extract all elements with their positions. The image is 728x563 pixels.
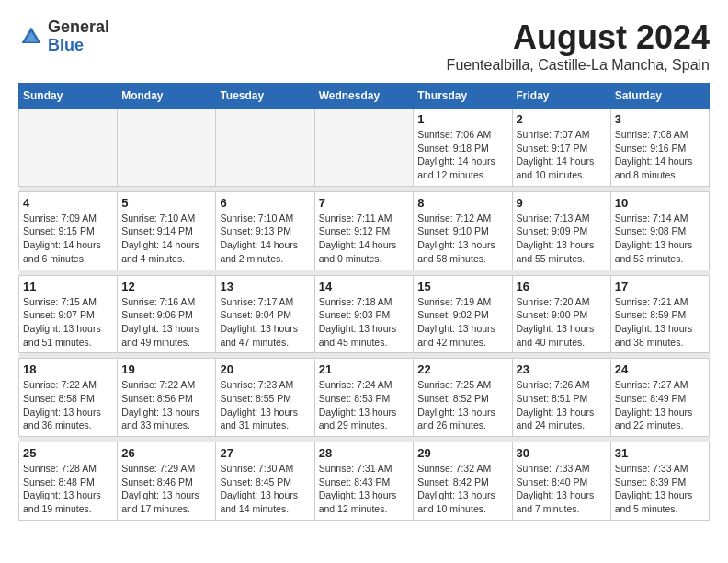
header-wednesday: Wednesday — [314, 84, 414, 109]
calendar-day-cell: 28Sunrise: 7:31 AMSunset: 8:43 PMDayligh… — [314, 442, 414, 521]
day-info: Sunrise: 7:28 AMSunset: 8:48 PMDaylight:… — [23, 462, 113, 516]
day-info: Sunrise: 7:10 AMSunset: 9:14 PMDaylight:… — [121, 212, 211, 266]
header-sunday: Sunday — [19, 84, 118, 109]
day-number: 28 — [319, 446, 410, 460]
calendar-day-cell: 23Sunrise: 7:26 AMSunset: 8:51 PMDayligh… — [512, 359, 610, 437]
page-title: August 2024 — [447, 18, 710, 57]
day-number: 3 — [615, 112, 705, 126]
day-number: 15 — [417, 280, 507, 293]
day-number: 17 — [615, 280, 705, 293]
day-info: Sunrise: 7:07 AMSunset: 9:17 PMDaylight:… — [517, 128, 607, 182]
calendar-day-cell: 17Sunrise: 7:21 AMSunset: 8:59 PMDayligh… — [610, 275, 709, 353]
day-number: 9 — [517, 196, 607, 210]
calendar-day-cell: 11Sunrise: 7:15 AMSunset: 9:07 PMDayligh… — [19, 275, 118, 353]
calendar-day-cell: 21Sunrise: 7:24 AMSunset: 8:53 PMDayligh… — [314, 359, 414, 437]
day-number: 20 — [220, 362, 310, 376]
day-info: Sunrise: 7:17 AMSunset: 9:04 PMDaylight:… — [220, 295, 310, 350]
day-number: 25 — [23, 446, 113, 460]
calendar-day-cell — [118, 109, 216, 187]
day-info: Sunrise: 7:22 AMSunset: 8:58 PMDaylight:… — [23, 378, 113, 432]
day-number: 13 — [220, 280, 310, 293]
page-header: General Blue August 2024 Fuentealbilla, … — [18, 18, 710, 74]
calendar-day-cell: 6Sunrise: 7:10 AMSunset: 9:13 PMDaylight… — [216, 191, 314, 270]
day-number: 26 — [121, 446, 211, 460]
calendar-day-cell: 31Sunrise: 7:33 AMSunset: 8:39 PMDayligh… — [610, 442, 709, 521]
day-number: 1 — [417, 112, 507, 126]
day-info: Sunrise: 7:19 AMSunset: 9:02 PMDaylight:… — [417, 295, 507, 350]
day-info: Sunrise: 7:27 AMSunset: 8:49 PMDaylight:… — [615, 378, 705, 432]
calendar-week-row: 11Sunrise: 7:15 AMSunset: 9:07 PMDayligh… — [19, 275, 710, 353]
day-number: 22 — [417, 362, 507, 376]
day-number: 5 — [121, 196, 211, 210]
day-number: 31 — [615, 446, 705, 460]
day-number: 27 — [220, 446, 310, 460]
calendar-day-cell: 7Sunrise: 7:11 AMSunset: 9:12 PMDaylight… — [314, 191, 414, 270]
calendar-day-cell: 12Sunrise: 7:16 AMSunset: 9:06 PMDayligh… — [118, 275, 216, 353]
day-info: Sunrise: 7:26 AMSunset: 8:51 PMDaylight:… — [517, 378, 607, 432]
calendar-day-cell: 29Sunrise: 7:32 AMSunset: 8:42 PMDayligh… — [414, 442, 512, 521]
day-info: Sunrise: 7:09 AMSunset: 9:15 PMDaylight:… — [23, 212, 113, 266]
calendar-week-row: 25Sunrise: 7:28 AMSunset: 8:48 PMDayligh… — [19, 442, 710, 521]
day-info: Sunrise: 7:08 AMSunset: 9:16 PMDaylight:… — [615, 128, 705, 182]
header-monday: Monday — [118, 84, 216, 109]
title-block: August 2024 Fuentealbilla, Castille-La M… — [447, 18, 710, 74]
day-info: Sunrise: 7:33 AMSunset: 8:40 PMDaylight:… — [517, 462, 607, 516]
day-number: 24 — [615, 362, 705, 376]
calendar-day-cell: 14Sunrise: 7:18 AMSunset: 9:03 PMDayligh… — [314, 275, 414, 353]
header-tuesday: Tuesday — [216, 84, 314, 109]
day-info: Sunrise: 7:22 AMSunset: 8:56 PMDaylight:… — [121, 378, 211, 432]
day-info: Sunrise: 7:23 AMSunset: 8:55 PMDaylight:… — [220, 378, 310, 432]
calendar-day-cell: 20Sunrise: 7:23 AMSunset: 8:55 PMDayligh… — [216, 359, 314, 437]
day-number: 14 — [319, 280, 410, 293]
day-number: 19 — [121, 362, 211, 376]
day-info: Sunrise: 7:10 AMSunset: 9:13 PMDaylight:… — [220, 212, 310, 266]
day-info: Sunrise: 7:18 AMSunset: 9:03 PMDaylight:… — [319, 295, 410, 350]
calendar-week-row: 4Sunrise: 7:09 AMSunset: 9:15 PMDaylight… — [19, 191, 710, 270]
logo-blue: Blue — [48, 36, 84, 54]
calendar-day-cell: 8Sunrise: 7:12 AMSunset: 9:10 PMDaylight… — [414, 191, 512, 270]
day-info: Sunrise: 7:11 AMSunset: 9:12 PMDaylight:… — [319, 212, 410, 266]
logo-general: General — [48, 17, 109, 36]
calendar-day-cell: 16Sunrise: 7:20 AMSunset: 9:00 PMDayligh… — [512, 275, 610, 353]
day-info: Sunrise: 7:13 AMSunset: 9:09 PMDaylight:… — [517, 212, 607, 266]
calendar-day-cell: 1Sunrise: 7:06 AMSunset: 9:18 PMDaylight… — [414, 109, 512, 187]
calendar-week-row: 1Sunrise: 7:06 AMSunset: 9:18 PMDaylight… — [19, 109, 710, 187]
calendar-day-cell: 22Sunrise: 7:25 AMSunset: 8:52 PMDayligh… — [414, 359, 512, 437]
day-info: Sunrise: 7:30 AMSunset: 8:45 PMDaylight:… — [220, 462, 310, 516]
calendar-day-cell: 18Sunrise: 7:22 AMSunset: 8:58 PMDayligh… — [19, 359, 118, 437]
day-number: 8 — [417, 196, 507, 210]
calendar-day-cell: 27Sunrise: 7:30 AMSunset: 8:45 PMDayligh… — [216, 442, 314, 521]
calendar-day-cell: 24Sunrise: 7:27 AMSunset: 8:49 PMDayligh… — [610, 359, 709, 437]
day-info: Sunrise: 7:24 AMSunset: 8:53 PMDaylight:… — [319, 378, 410, 432]
calendar-week-row: 18Sunrise: 7:22 AMSunset: 8:58 PMDayligh… — [19, 359, 710, 437]
day-number: 10 — [615, 196, 705, 210]
day-info: Sunrise: 7:25 AMSunset: 8:52 PMDaylight:… — [417, 378, 507, 432]
day-number: 30 — [517, 446, 607, 460]
calendar-day-cell: 15Sunrise: 7:19 AMSunset: 9:02 PMDayligh… — [414, 275, 512, 353]
calendar-day-cell: 26Sunrise: 7:29 AMSunset: 8:46 PMDayligh… — [118, 442, 216, 521]
calendar-day-cell: 4Sunrise: 7:09 AMSunset: 9:15 PMDaylight… — [19, 191, 118, 270]
day-info: Sunrise: 7:29 AMSunset: 8:46 PMDaylight:… — [121, 462, 211, 516]
day-number: 2 — [517, 112, 607, 126]
calendar-day-cell: 13Sunrise: 7:17 AMSunset: 9:04 PMDayligh… — [216, 275, 314, 353]
calendar-day-cell: 3Sunrise: 7:08 AMSunset: 9:16 PMDaylight… — [610, 109, 709, 187]
day-info: Sunrise: 7:06 AMSunset: 9:18 PMDaylight:… — [417, 128, 507, 182]
day-info: Sunrise: 7:21 AMSunset: 8:59 PMDaylight:… — [615, 295, 705, 350]
day-number: 16 — [517, 280, 607, 293]
calendar-day-cell: 30Sunrise: 7:33 AMSunset: 8:40 PMDayligh… — [512, 442, 610, 521]
day-number: 11 — [23, 280, 113, 293]
day-info: Sunrise: 7:14 AMSunset: 9:08 PMDaylight:… — [615, 212, 705, 266]
calendar-day-cell — [314, 109, 414, 187]
header-thursday: Thursday — [414, 84, 512, 109]
day-info: Sunrise: 7:33 AMSunset: 8:39 PMDaylight:… — [615, 462, 705, 516]
day-number: 23 — [517, 362, 607, 376]
header-friday: Friday — [512, 84, 610, 109]
page-subtitle: Fuentealbilla, Castille-La Mancha, Spain — [447, 57, 710, 74]
calendar-day-cell: 5Sunrise: 7:10 AMSunset: 9:14 PMDaylight… — [118, 191, 216, 270]
calendar-day-cell: 10Sunrise: 7:14 AMSunset: 9:08 PMDayligh… — [610, 191, 709, 270]
day-info: Sunrise: 7:32 AMSunset: 8:42 PMDaylight:… — [417, 462, 507, 516]
calendar-day-cell — [19, 109, 118, 187]
day-info: Sunrise: 7:15 AMSunset: 9:07 PMDaylight:… — [23, 295, 113, 350]
day-number: 21 — [319, 362, 410, 376]
day-info: Sunrise: 7:31 AMSunset: 8:43 PMDaylight:… — [319, 462, 410, 516]
